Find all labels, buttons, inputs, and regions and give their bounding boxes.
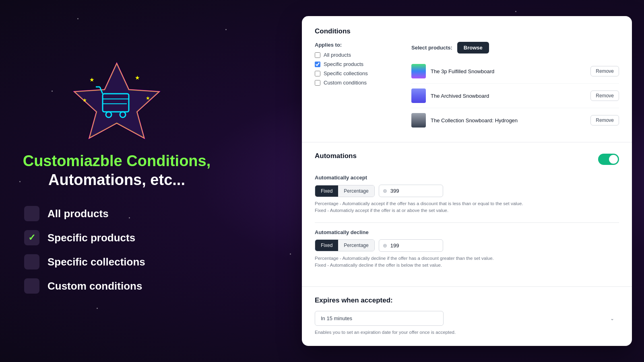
- auto-accept-section: Automatically accept Fixed Percentage ⊕ …: [315, 175, 619, 214]
- auto-accept-controls: Fixed Percentage ⊕: [315, 185, 619, 197]
- conditions-title: Conditions: [315, 27, 619, 35]
- svg-text:★: ★: [89, 76, 95, 83]
- auto-accept-title: Automatically accept: [315, 175, 619, 181]
- accept-percentage-button[interactable]: Percentage: [338, 185, 374, 197]
- product-name-3: The Collection Snowboard: Hydrogen: [431, 117, 586, 123]
- feature-label-specific-products: Specific products: [47, 232, 135, 244]
- svg-text:★: ★: [83, 97, 87, 103]
- feature-checkbox-specific-products: ✓: [24, 230, 39, 245]
- checkbox-custom-conditions[interactable]: Custom conditions: [315, 80, 403, 86]
- select-products-area: Select products: Browse The 3p Fulfilled…: [403, 42, 619, 132]
- checkbox-specific-products-input[interactable]: [315, 62, 320, 67]
- checkbox-specific-products[interactable]: Specific products: [315, 61, 403, 67]
- checkbox-all-products[interactable]: All products: [315, 52, 403, 58]
- feature-label-custom-conditions: Custom conditions: [47, 280, 142, 292]
- conditions-checkbox-group: All products Specific products Specific …: [315, 52, 403, 86]
- decline-fixed-button[interactable]: Fixed: [315, 240, 338, 251]
- auto-divider: [315, 222, 619, 223]
- headline-white: Automations, etc...: [23, 170, 211, 190]
- checkbox-specific-collections-input[interactable]: [315, 71, 320, 76]
- conditions-section: Conditions Applies to: All products Spec…: [302, 16, 632, 142]
- table-row: The 3p Fulfilled Snowboard Remove: [411, 59, 619, 84]
- checkbox-all-products-input[interactable]: [315, 52, 320, 58]
- left-panel: ★ ★ ★ ★ Customiazble Conditions, Automat…: [0, 0, 233, 362]
- feature-item-all-products: All products: [24, 206, 209, 221]
- select-products-header: Select products: Browse: [411, 42, 619, 53]
- checkbox-specific-collections[interactable]: Specific collections: [315, 70, 403, 76]
- headline-green: Customiazble Conditions,: [23, 152, 211, 171]
- currency-icon-accept: ⊕: [383, 188, 387, 194]
- applies-left: Applies to: All products Specific produc…: [315, 42, 403, 132]
- logo-star-icon: ★ ★ ★ ★: [72, 60, 161, 140]
- feature-checkbox-specific-collections: [24, 254, 39, 269]
- expires-select-wrap: In 15 minutes In 30 minutes In 1 hour In…: [315, 311, 619, 326]
- decline-value-wrap: ⊕: [379, 239, 443, 252]
- logo-container: ★ ★ ★ ★: [72, 60, 161, 140]
- decline-percentage-button[interactable]: Percentage: [338, 240, 374, 251]
- feature-label-specific-collections: Specific collections: [47, 256, 145, 268]
- automations-toggle[interactable]: [598, 154, 619, 165]
- chevron-down-icon: ⌄: [610, 316, 614, 321]
- feature-checkbox-custom-conditions: [24, 278, 39, 294]
- expires-hint: Enables you to set an expiration date fo…: [315, 330, 619, 335]
- browse-button[interactable]: Browse: [457, 42, 489, 53]
- expires-title: Expires when accepted:: [315, 296, 619, 304]
- right-panel: Conditions Applies to: All products Spec…: [302, 16, 632, 346]
- accept-value-input[interactable]: [379, 185, 443, 197]
- select-products-label: Select products:: [411, 45, 452, 51]
- accept-fixed-button[interactable]: Fixed: [315, 185, 338, 197]
- expires-select[interactable]: In 15 minutes In 30 minutes In 1 hour In…: [315, 311, 444, 326]
- product-list: The 3p Fulfilled Snowboard Remove The Ar…: [411, 59, 619, 132]
- checkbox-custom-conditions-input[interactable]: [315, 80, 320, 86]
- table-row: The Archived Snowboard Remove: [411, 84, 619, 108]
- toggle-slider: [598, 154, 619, 165]
- product-name-1: The 3p Fulfilled Snowboard: [431, 68, 586, 74]
- product-name-2: The Archived Snowboard: [431, 93, 586, 99]
- applies-to-row: Applies to: All products Specific produc…: [315, 42, 619, 132]
- remove-button-1[interactable]: Remove: [590, 66, 619, 76]
- accept-value-wrap: ⊕: [379, 185, 443, 197]
- expires-section: Expires when accepted: In 15 minutes In …: [302, 287, 632, 346]
- automations-header: Automations: [315, 152, 619, 167]
- feature-label-all-products: All products: [47, 208, 109, 220]
- feature-item-specific-products: ✓ Specific products: [24, 230, 209, 245]
- auto-decline-controls: Fixed Percentage ⊕: [315, 239, 619, 252]
- decline-segmented-group: Fixed Percentage: [315, 239, 375, 251]
- currency-icon-decline: ⊕: [383, 243, 387, 249]
- feature-item-specific-collections: Specific collections: [24, 254, 209, 269]
- svg-text:★: ★: [146, 95, 150, 101]
- remove-button-2[interactable]: Remove: [590, 90, 619, 101]
- feature-checkbox-all-products: [24, 206, 39, 221]
- applies-to-label: Applies to:: [315, 42, 403, 48]
- auto-decline-title: Automatically decline: [315, 229, 619, 235]
- product-thumbnail-1: [411, 64, 426, 78]
- feature-item-custom-conditions: Custom conditions: [24, 278, 209, 294]
- auto-decline-hint: Percentage - Automatically decline if th…: [315, 255, 619, 269]
- svg-text:★: ★: [135, 74, 140, 81]
- headline: Customiazble Conditions, Automations, et…: [23, 152, 211, 190]
- product-thumbnail-2: [411, 88, 426, 103]
- feature-list: All products ✓ Specific products Specifi…: [24, 206, 209, 302]
- automations-title: Automations: [315, 152, 357, 160]
- auto-accept-hint: Percentage - Automatically accept if the…: [315, 200, 619, 214]
- table-row: The Collection Snowboard: Hydrogen Remov…: [411, 108, 619, 132]
- accept-segmented-group: Fixed Percentage: [315, 185, 375, 197]
- automations-section: Automations Automatically accept Fixed P…: [302, 142, 632, 287]
- decline-value-input[interactable]: [379, 239, 443, 252]
- checkmark-icon: ✓: [28, 232, 35, 243]
- remove-button-3[interactable]: Remove: [590, 115, 619, 125]
- product-thumbnail-3: [411, 113, 426, 128]
- auto-decline-section: Automatically decline Fixed Percentage ⊕…: [315, 229, 619, 269]
